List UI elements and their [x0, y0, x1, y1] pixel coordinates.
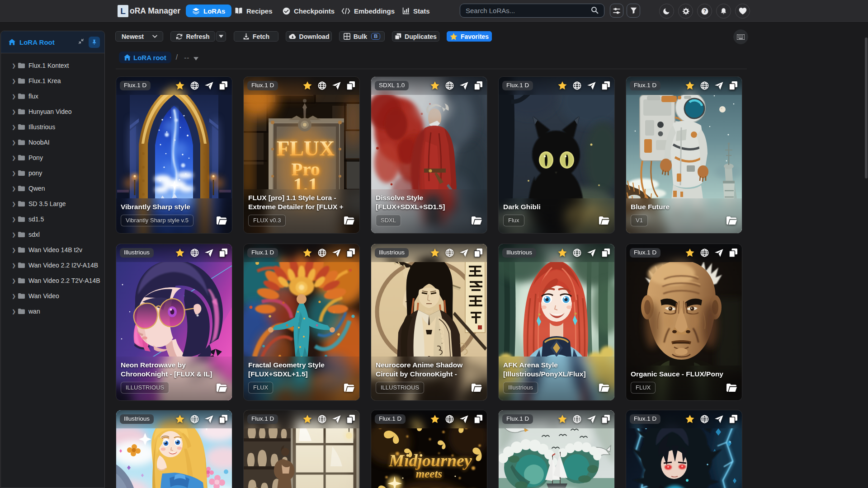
svg-text:FLUX: FLUX	[277, 136, 335, 160]
svg-text:?: ?	[703, 9, 706, 14]
svg-text:Midjourney: Midjourney	[388, 451, 472, 470]
svg-text:meets: meets	[416, 468, 442, 480]
